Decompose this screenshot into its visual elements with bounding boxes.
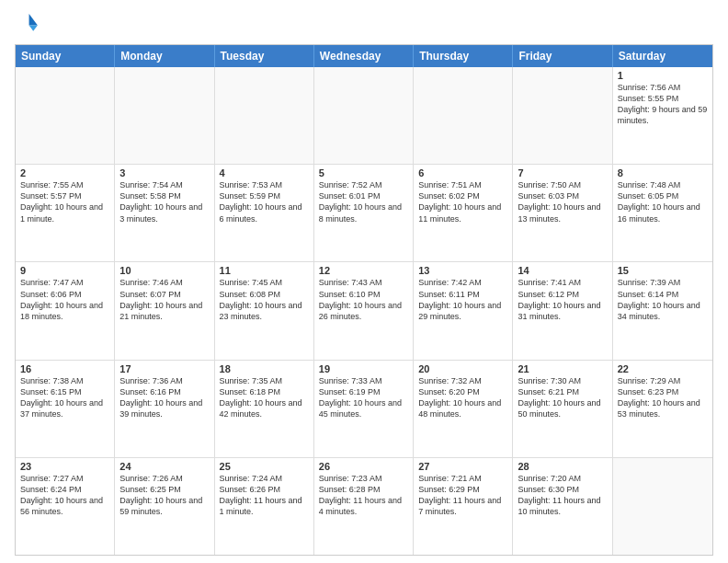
calendar-cell: 3Sunrise: 7:54 AM Sunset: 5:58 PM Daylig… [115,165,214,261]
day-number: 26 [319,461,408,472]
calendar-cell: 25Sunrise: 7:24 AM Sunset: 6:26 PM Dayli… [215,458,314,555]
col-header-friday: Friday [513,45,612,67]
calendar-body: 1Sunrise: 7:56 AM Sunset: 5:55 PM Daylig… [16,67,712,555]
day-number: 15 [618,265,708,276]
calendar-cell: 17Sunrise: 7:36 AM Sunset: 6:16 PM Dayli… [115,361,214,457]
logo [15,11,44,37]
day-info: Sunrise: 7:29 AM Sunset: 6:23 PM Dayligh… [618,375,708,420]
calendar-cell: 22Sunrise: 7:29 AM Sunset: 6:23 PM Dayli… [613,361,712,457]
day-info: Sunrise: 7:55 AM Sunset: 5:57 PM Dayligh… [20,179,109,224]
day-number: 18 [220,363,309,374]
calendar-cell [513,67,612,164]
calendar-cell: 4Sunrise: 7:53 AM Sunset: 5:59 PM Daylig… [215,165,314,261]
calendar-cell: 11Sunrise: 7:45 AM Sunset: 6:08 PM Dayli… [215,262,314,359]
page-container: SundayMondayTuesdayWednesdayThursdayFrid… [0,0,728,563]
day-info: Sunrise: 7:23 AM Sunset: 6:28 PM Dayligh… [319,473,408,518]
calendar-cell: 27Sunrise: 7:21 AM Sunset: 6:29 PM Dayli… [414,458,513,555]
calendar-cell: 5Sunrise: 7:52 AM Sunset: 6:01 PM Daylig… [314,165,414,261]
calendar-cell: 9Sunrise: 7:47 AM Sunset: 6:06 PM Daylig… [16,262,115,359]
day-info: Sunrise: 7:43 AM Sunset: 6:10 PM Dayligh… [319,277,408,322]
calendar-cell: 16Sunrise: 7:38 AM Sunset: 6:15 PM Dayli… [16,361,115,457]
calendar-cell: 21Sunrise: 7:30 AM Sunset: 6:21 PM Dayli… [513,361,612,457]
day-number: 9 [20,265,109,276]
day-info: Sunrise: 7:51 AM Sunset: 6:02 PM Dayligh… [418,179,507,224]
calendar-cell: 15Sunrise: 7:39 AM Sunset: 6:14 PM Dayli… [613,262,712,359]
day-number: 2 [20,167,109,178]
logo-icon [15,11,40,37]
day-number: 21 [518,363,607,374]
col-header-saturday: Saturday [613,45,712,67]
calendar-cell: 1Sunrise: 7:56 AM Sunset: 5:55 PM Daylig… [613,67,712,164]
svg-rect-2 [17,14,28,25]
day-number: 10 [119,265,209,276]
calendar-row-3: 9Sunrise: 7:47 AM Sunset: 6:06 PM Daylig… [16,262,712,360]
day-info: Sunrise: 7:38 AM Sunset: 6:15 PM Dayligh… [20,375,109,420]
day-info: Sunrise: 7:30 AM Sunset: 6:21 PM Dayligh… [518,375,607,420]
calendar-cell: 7Sunrise: 7:50 AM Sunset: 6:03 PM Daylig… [513,165,612,261]
calendar-header-row: SundayMondayTuesdayWednesdayThursdayFrid… [16,45,712,67]
calendar-cell [215,67,314,164]
day-number: 8 [618,167,708,178]
day-info: Sunrise: 7:46 AM Sunset: 6:07 PM Dayligh… [119,277,209,322]
day-number: 5 [319,167,408,178]
page-header [15,11,713,37]
day-info: Sunrise: 7:26 AM Sunset: 6:25 PM Dayligh… [119,473,209,518]
day-number: 13 [418,265,507,276]
svg-marker-0 [29,14,38,25]
calendar-row-1: 1Sunrise: 7:56 AM Sunset: 5:55 PM Daylig… [16,67,712,165]
day-number: 23 [20,461,109,472]
calendar-cell [613,458,712,555]
day-info: Sunrise: 7:36 AM Sunset: 6:16 PM Dayligh… [119,375,209,420]
col-header-wednesday: Wednesday [314,45,414,67]
day-info: Sunrise: 7:41 AM Sunset: 6:12 PM Dayligh… [518,277,607,322]
day-number: 22 [618,363,708,374]
day-number: 19 [319,363,408,374]
day-info: Sunrise: 7:35 AM Sunset: 6:18 PM Dayligh… [220,375,309,420]
calendar-cell: 12Sunrise: 7:43 AM Sunset: 6:10 PM Dayli… [314,262,414,359]
calendar-cell: 28Sunrise: 7:20 AM Sunset: 6:30 PM Dayli… [513,458,612,555]
day-number: 16 [20,363,109,374]
day-number: 20 [418,363,507,374]
day-info: Sunrise: 7:47 AM Sunset: 6:06 PM Dayligh… [20,277,109,322]
calendar-cell: 19Sunrise: 7:33 AM Sunset: 6:19 PM Dayli… [314,361,414,457]
day-info: Sunrise: 7:48 AM Sunset: 6:05 PM Dayligh… [618,179,708,224]
calendar-cell [414,67,513,164]
day-number: 17 [119,363,209,374]
calendar-cell [115,67,214,164]
calendar-cell: 14Sunrise: 7:41 AM Sunset: 6:12 PM Dayli… [513,262,612,359]
day-info: Sunrise: 7:39 AM Sunset: 6:14 PM Dayligh… [618,277,708,322]
col-header-tuesday: Tuesday [215,45,314,67]
calendar-cell: 6Sunrise: 7:51 AM Sunset: 6:02 PM Daylig… [414,165,513,261]
day-number: 28 [518,461,607,472]
calendar-cell: 18Sunrise: 7:35 AM Sunset: 6:18 PM Dayli… [215,361,314,457]
day-number: 14 [518,265,607,276]
svg-marker-1 [29,26,38,31]
day-number: 12 [319,265,408,276]
calendar-cell: 2Sunrise: 7:55 AM Sunset: 5:57 PM Daylig… [16,165,115,261]
calendar-cell [16,67,115,164]
day-info: Sunrise: 7:21 AM Sunset: 6:29 PM Dayligh… [418,473,507,518]
day-number: 1 [618,70,708,81]
day-info: Sunrise: 7:45 AM Sunset: 6:08 PM Dayligh… [220,277,309,322]
day-info: Sunrise: 7:52 AM Sunset: 6:01 PM Dayligh… [319,179,408,224]
day-number: 11 [220,265,309,276]
day-number: 25 [220,461,309,472]
day-info: Sunrise: 7:50 AM Sunset: 6:03 PM Dayligh… [518,179,607,224]
calendar-cell: 10Sunrise: 7:46 AM Sunset: 6:07 PM Dayli… [115,262,214,359]
day-info: Sunrise: 7:56 AM Sunset: 5:55 PM Dayligh… [618,82,708,127]
calendar-cell: 8Sunrise: 7:48 AM Sunset: 6:05 PM Daylig… [613,165,712,261]
calendar-cell [314,67,414,164]
calendar-cell: 24Sunrise: 7:26 AM Sunset: 6:25 PM Dayli… [115,458,214,555]
day-info: Sunrise: 7:24 AM Sunset: 6:26 PM Dayligh… [220,473,309,518]
day-info: Sunrise: 7:54 AM Sunset: 5:58 PM Dayligh… [119,179,209,224]
calendar-row-2: 2Sunrise: 7:55 AM Sunset: 5:57 PM Daylig… [16,165,712,262]
day-number: 3 [119,167,209,178]
day-number: 4 [220,167,309,178]
day-number: 27 [418,461,507,472]
col-header-thursday: Thursday [414,45,513,67]
calendar: SundayMondayTuesdayWednesdayThursdayFrid… [15,44,713,556]
day-info: Sunrise: 7:32 AM Sunset: 6:20 PM Dayligh… [418,375,507,420]
calendar-row-4: 16Sunrise: 7:38 AM Sunset: 6:15 PM Dayli… [16,361,712,458]
calendar-cell: 26Sunrise: 7:23 AM Sunset: 6:28 PM Dayli… [314,458,414,555]
day-info: Sunrise: 7:20 AM Sunset: 6:30 PM Dayligh… [518,473,607,518]
